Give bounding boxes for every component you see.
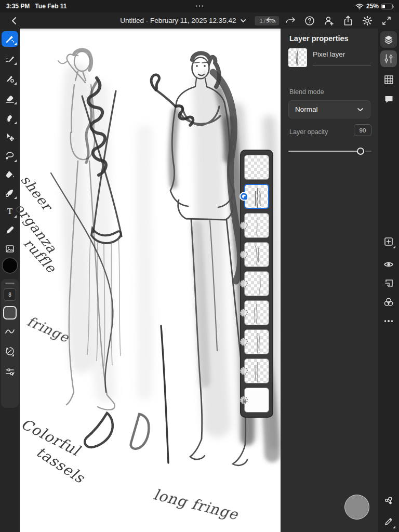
brush-size-value: 8: [8, 292, 11, 298]
layers-panel-button[interactable]: [380, 31, 397, 48]
wave-icon: [5, 328, 15, 335]
smudge-tool[interactable]: [2, 110, 18, 126]
layer-transform-button[interactable]: [380, 275, 397, 291]
color-adjust-button[interactable]: [380, 294, 397, 310]
layer-thumbnail[interactable]: [244, 213, 269, 238]
place-image-tool[interactable]: [2, 241, 18, 257]
brush-settings-button[interactable]: [4, 366, 16, 378]
help-button[interactable]: [302, 14, 317, 28]
tool-options-panel: 8: [1, 279, 19, 408]
smudge-icon: [5, 113, 15, 123]
layer-properties-button[interactable]: [380, 50, 397, 67]
layer-thumbnail[interactable]: [244, 242, 269, 267]
vector-brush-tool[interactable]: [2, 71, 18, 86]
layer-properties-thumbnail: [288, 48, 307, 67]
layer-thumbnail[interactable]: [244, 271, 269, 296]
layer-badge: [240, 251, 248, 259]
chevron-down-icon: [357, 108, 364, 112]
layer-badge-selected: [241, 193, 247, 200]
wifi-icon: [355, 3, 364, 9]
symmetry-button[interactable]: [4, 344, 16, 358]
back-chevron-icon: [11, 17, 17, 25]
fullscreen-icon: [382, 16, 391, 25]
background-layer-badge: [240, 396, 248, 404]
redo-icon: [285, 17, 296, 25]
current-color-swatch[interactable]: [3, 258, 17, 273]
layer-thumbnail[interactable]: [244, 155, 269, 180]
brush-preview-swatch[interactable]: [3, 306, 17, 320]
add-person-icon: [324, 16, 334, 26]
draw-mode-button[interactable]: [380, 513, 397, 530]
collaborate-button[interactable]: [380, 493, 397, 509]
redo-button[interactable]: [283, 14, 298, 28]
lasso-tool[interactable]: [2, 148, 18, 164]
comment-icon: [384, 95, 394, 104]
status-bar: 3:35 PM Tue Feb 11 25%: [0, 0, 399, 12]
comments-button[interactable]: [380, 91, 397, 108]
eraser-icon: [5, 93, 15, 103]
loop-arrows-icon: [5, 346, 15, 356]
layer-name-field[interactable]: Pixel layer: [313, 49, 371, 65]
battery-icon: [381, 4, 393, 9]
shape-icon: [5, 188, 15, 198]
brush-size-field[interactable]: 8: [4, 288, 16, 301]
document-title-group[interactable]: Untitled - February 11, 2025 12.35.42 17…: [120, 12, 279, 29]
panel-drag-handle[interactable]: [5, 283, 15, 284]
eyedropper-icon: [5, 225, 15, 235]
layer-thumbnail-selected[interactable]: [244, 184, 269, 209]
layer-opacity-label: Layer opacity: [289, 128, 328, 136]
share-button[interactable]: [341, 14, 355, 28]
color-wheel-icon: [383, 297, 394, 307]
shape-tool[interactable]: [2, 185, 18, 201]
opacity-value-field[interactable]: 90: [354, 124, 371, 136]
lock-icon: [242, 398, 247, 403]
more-dots-icon: [384, 320, 393, 322]
vector-brush-icon: [5, 73, 15, 84]
collaborate-icon: [383, 496, 394, 506]
text-tool-icon: T: [7, 206, 12, 217]
blend-mode-dropdown[interactable]: Normal: [288, 100, 370, 118]
document-title[interactable]: Untitled - February 11, 2025 12.35.42: [120, 17, 236, 24]
opacity-slider[interactable]: [288, 148, 371, 155]
status-time-date: 3:35 PM Tue Feb 11: [6, 3, 67, 10]
layer-badge: [240, 367, 248, 375]
pixel-brush-tool[interactable]: [2, 31, 18, 47]
settings-button[interactable]: [360, 14, 375, 28]
fill-tool[interactable]: [2, 167, 18, 182]
add-layer-button[interactable]: [380, 233, 397, 250]
more-options-button[interactable]: [380, 313, 397, 329]
eyedropper-tool[interactable]: [2, 222, 18, 238]
image-icon: [5, 244, 15, 254]
live-brush-icon: [5, 54, 15, 64]
color-puck[interactable]: [344, 495, 369, 520]
vertical-sliders-icon: [384, 54, 393, 64]
layer-thumb-sketch: [288, 48, 307, 67]
move-tool[interactable]: [2, 129, 18, 145]
slider-track-empty: [365, 151, 371, 152]
lasso-icon: [5, 151, 15, 161]
status-indicators: 25%: [355, 3, 393, 10]
layer-thumbnail[interactable]: [244, 300, 269, 325]
pencil-icon: [383, 516, 394, 527]
add-layer-icon: [383, 236, 394, 247]
multitasking-dots-icon[interactable]: [196, 5, 204, 7]
layer-properties-panel: Layer properties Pixel layer Blend mode …: [281, 29, 378, 532]
layer-visibility-button[interactable]: [380, 256, 397, 273]
fullscreen-button[interactable]: [379, 14, 394, 28]
live-brush-tool[interactable]: [2, 51, 18, 66]
layer-sketch-preview: [245, 214, 270, 238]
layer-thumbnail[interactable]: [244, 358, 269, 383]
smoothing-button[interactable]: [4, 326, 16, 337]
invite-button[interactable]: [322, 14, 336, 28]
eraser-tool[interactable]: [2, 90, 18, 106]
layer-sketch-preview: [245, 330, 270, 355]
back-button[interactable]: [7, 14, 21, 28]
slider-knob[interactable]: [357, 148, 364, 155]
undo-button[interactable]: [264, 14, 278, 28]
libraries-button[interactable]: [380, 71, 397, 88]
background-layer-thumbnail[interactable]: [244, 388, 269, 413]
drawing-canvas[interactable]: sheer organza ruffle fringe Colorful tas…: [20, 29, 281, 532]
layers-icon: [383, 34, 394, 45]
layer-thumbnail[interactable]: [244, 329, 269, 354]
layer-sketch-preview: [245, 359, 270, 384]
